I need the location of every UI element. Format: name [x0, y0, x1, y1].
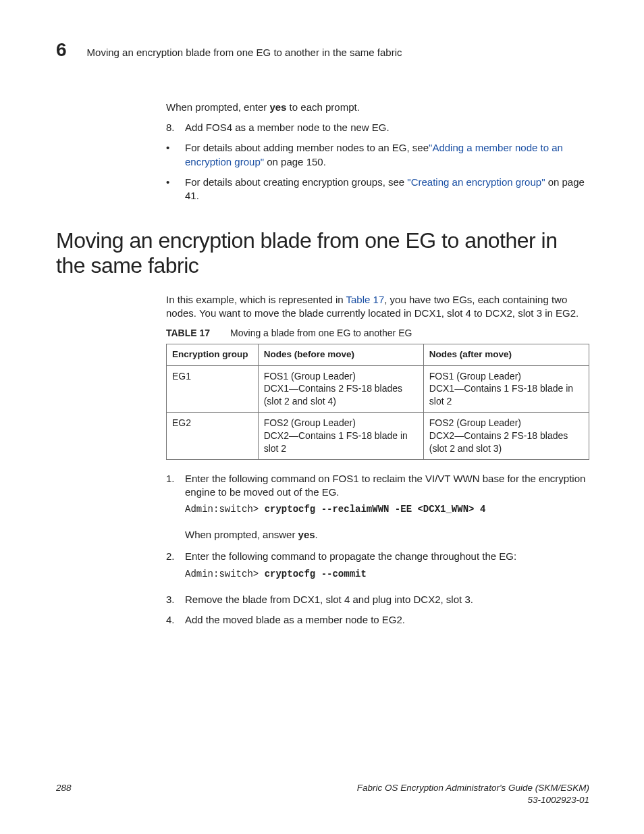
step-marker: 8. [166, 121, 175, 134]
footer-doc-title: Fabric OS Encryption Administrator's Gui… [357, 782, 589, 794]
code-plain: Admin:switch> [185, 504, 265, 515]
text: . [315, 529, 318, 540]
text: For details about creating encryption gr… [185, 176, 407, 188]
cell-before: FOS1 (Group Leader) DCX1—Contains 2 FS-1… [258, 365, 423, 413]
footer-title: Fabric OS Encryption Administrator's Gui… [357, 782, 589, 806]
step-marker: 4. [166, 613, 175, 627]
step-8: 8. Add FOS4 as a member node to the new … [166, 121, 589, 134]
table-17: Encryption group Nodes (before move) Nod… [166, 344, 589, 460]
step-marker: 1. [166, 472, 175, 486]
code-bold: cryptocfg --commit [265, 569, 367, 579]
text: DCX2—Contains 1 FS-18 blade in slot 2 [264, 429, 418, 455]
table-label: TABLE 17Moving a blade from one EG to an… [166, 327, 589, 340]
chapter-number: 6 [56, 37, 67, 63]
text: to each prompt. [286, 101, 359, 113]
text-bold: yes [298, 529, 315, 540]
table-number: TABLE 17 [166, 328, 210, 338]
text: DCX1—Contains 1 FS-18 blade in slot 2 [429, 382, 583, 408]
page-footer: 288 Fabric OS Encryption Administrator's… [56, 782, 589, 806]
bullet-item: • For details about adding member nodes … [166, 141, 589, 169]
cell-eg: EG2 [167, 413, 259, 460]
upper-content: When prompted, enter yes to each prompt.… [166, 101, 589, 203]
th-encryption-group: Encryption group [167, 344, 259, 365]
text: DCX1—Contains 2 FS-18 blades (slot 2 and… [264, 382, 418, 408]
section-body: In this example, which is represented in… [166, 293, 589, 627]
running-header: 6 Moving an encryption blade from one EG… [56, 37, 589, 63]
bullet-item: • For details about creating encryption … [166, 176, 589, 203]
intro-paragraph: In this example, which is represented in… [166, 293, 589, 321]
text: When prompted, answer [185, 529, 298, 540]
text: FOS2 (Group Leader) [264, 417, 418, 429]
step-4: 4. Add the moved blade as a member node … [166, 613, 589, 627]
step-3: 3. Remove the blade from DCX1, slot 4 an… [166, 593, 589, 606]
step-1: 1. Enter the following command on FOS1 t… [166, 472, 589, 542]
th-nodes-after: Nodes (after move) [423, 344, 589, 365]
step-marker: 3. [166, 593, 175, 606]
step-text: Add FOS4 as a member node to the new EG. [185, 122, 390, 133]
cell-eg: EG1 [167, 365, 259, 413]
step-text: Enter the following command on FOS1 to r… [185, 473, 585, 498]
step-marker: 2. [166, 550, 175, 563]
table-header-row: Encryption group Nodes (before move) Nod… [167, 344, 589, 365]
code-bold: cryptocfg --reclaimWWN -EE <DCX1_WWN> 4 [265, 504, 486, 515]
link-table-17[interactable]: Table 17 [346, 294, 385, 305]
cell-before: FOS2 (Group Leader) DCX2—Contains 1 FS-1… [258, 413, 423, 460]
table-caption: Moving a blade from one EG to another EG [230, 328, 412, 338]
footer-doc-number: 53-1002923-01 [357, 794, 589, 806]
running-title: Moving an encryption blade from one EG t… [87, 46, 402, 59]
step-2: 2. Enter the following command to propag… [166, 550, 589, 580]
code-block: Admin:switch> cryptocfg --commit [185, 568, 589, 581]
text: FOS1 (Group Leader) [264, 370, 418, 383]
cell-after: FOS1 (Group Leader) DCX1—Contains 1 FS-1… [423, 365, 589, 413]
section-heading: Moving an encryption blade from one EG t… [56, 228, 589, 278]
code-block: Admin:switch> cryptocfg --reclaimWWN -EE… [185, 503, 589, 516]
text: DCX2—Contains 2 FS-18 blades (slot 2 and… [429, 429, 583, 455]
text: In this example, which is represented in [166, 294, 346, 305]
th-nodes-before: Nodes (before move) [258, 344, 423, 365]
text: FOS2 (Group Leader) [429, 417, 583, 429]
cell-after: FOS2 (Group Leader) DCX2—Contains 2 FS-1… [423, 413, 589, 460]
prompt-line: When prompted, enter yes to each prompt. [166, 101, 589, 114]
step-followup: When prompted, answer yes. [185, 528, 589, 542]
page-number: 288 [56, 782, 72, 794]
table-row: EG2 FOS2 (Group Leader) DCX2—Contains 1 … [167, 413, 589, 460]
step-text: Add the moved blade as a member node to … [185, 614, 405, 625]
text: For details about adding member nodes to… [185, 142, 429, 153]
bullet-icon: • [166, 176, 169, 189]
code-plain: Admin:switch> [185, 569, 265, 579]
bullet-icon: • [166, 141, 169, 155]
text: FOS1 (Group Leader) [429, 370, 583, 383]
step-text: Remove the blade from DCX1, slot 4 and p… [185, 594, 473, 605]
table-row: EG1 FOS1 (Group Leader) DCX1—Contains 2 … [167, 365, 589, 413]
link-create-encryption-group[interactable]: "Creating an encryption group" [407, 176, 545, 188]
text: on page 150. [264, 156, 326, 167]
step-text: Enter the following command to propagate… [185, 550, 516, 562]
page-content: 6 Moving an encryption blade from one EG… [56, 37, 589, 633]
text: When prompted, enter [166, 101, 269, 113]
text-bold: yes [269, 101, 286, 113]
